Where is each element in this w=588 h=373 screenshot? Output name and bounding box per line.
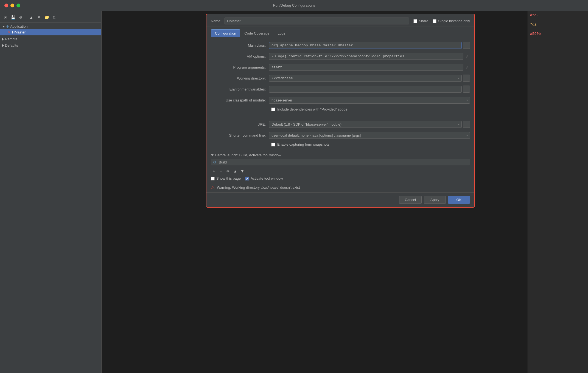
dialog-footer: Cancel Apply OK	[206, 192, 474, 207]
working-dir-row: Working directory: ▾ ...	[211, 74, 470, 82]
launch-down-button[interactable]: ▼	[239, 168, 245, 174]
sidebar-section-defaults[interactable]: Defaults	[0, 42, 101, 48]
program-args-input[interactable]	[269, 64, 463, 71]
single-instance-checkbox-label[interactable]: Single instance only	[433, 19, 470, 23]
window-controls[interactable]	[4, 4, 20, 7]
before-launch-header[interactable]: Before launch: Build, Activate tool wind…	[211, 151, 470, 159]
jre-select[interactable]: Default (1.8 - SDK of 'hbase-server' mod…	[269, 121, 462, 128]
tab-logs[interactable]: Logs	[273, 29, 289, 37]
capture-snapshots-label: Enable capturing form snapshots	[277, 142, 329, 146]
bottom-options: Show this page Activate tool window	[206, 175, 474, 183]
include-deps-row: Include dependencies with "Provided" sco…	[211, 107, 470, 111]
activate-window-label[interactable]: Activate tool window	[245, 176, 283, 180]
working-dir-browse-button[interactable]: ...	[463, 75, 470, 82]
share-checkbox-label[interactable]: Share	[413, 19, 429, 23]
copy-button[interactable]: ⎘	[2, 14, 8, 20]
warning-icon: ⚠	[211, 185, 215, 190]
sidebar: ⎘ 💾 ⚙ ▲ ▼ 📁 ⇅ ⚙ Application ✕ HMaster Re…	[0, 11, 102, 373]
save-button[interactable]: 💾	[10, 14, 16, 20]
capture-snapshots-checkbox[interactable]	[271, 143, 275, 146]
classpath-value: hbase-server ▾	[269, 97, 470, 104]
right-panel: ate- "gi a590b	[528, 11, 588, 373]
build-label: Build	[219, 160, 227, 164]
right-code-line-5: a590b	[530, 32, 586, 36]
tab-code-coverage[interactable]: Code Coverage	[240, 29, 273, 37]
shorten-cmd-select[interactable]: user-local default: none - java [options…	[269, 132, 470, 139]
right-code-line-3: "gi	[530, 22, 586, 27]
up-button[interactable]: ▲	[28, 14, 34, 20]
settings-button[interactable]: ⚙	[18, 14, 24, 20]
show-page-label[interactable]: Show this page	[211, 176, 241, 180]
folder-button[interactable]: 📁	[44, 14, 50, 20]
window-title: Run/Debug Configurations	[273, 3, 315, 7]
sidebar-section-remote[interactable]: Remote	[0, 35, 101, 42]
maximize-button[interactable]	[16, 4, 20, 7]
sort-button[interactable]: ⇅	[51, 14, 57, 20]
env-vars-input[interactable]	[269, 86, 462, 93]
warning-row: ⚠ Warning: Working directory '/xxx/hbase…	[206, 183, 474, 192]
ok-button[interactable]: OK	[448, 196, 470, 204]
program-args-expand-button[interactable]: ⤢	[464, 64, 470, 70]
name-input[interactable]	[225, 18, 409, 24]
main-class-browse-button[interactable]: ...	[463, 42, 470, 49]
vm-options-input[interactable]	[269, 53, 463, 60]
share-checkbox[interactable]	[413, 19, 417, 23]
env-vars-row: Environment variables: ...	[211, 85, 470, 93]
main-class-value: ...	[269, 42, 470, 49]
env-vars-browse-button[interactable]: ...	[463, 86, 470, 93]
launch-remove-button[interactable]: −	[218, 168, 224, 174]
form-divider	[211, 116, 470, 116]
header-checkboxes: Share Single instance only	[413, 19, 470, 23]
dialog-header: Name: Share Single instance only	[206, 14, 474, 27]
program-args-label: Program arguments:	[211, 65, 266, 69]
down-button[interactable]: ▼	[36, 14, 42, 20]
before-launch-build-item: ⚙ Build	[211, 159, 470, 165]
single-instance-label: Single instance only	[438, 19, 470, 23]
cancel-button[interactable]: Cancel	[399, 196, 422, 204]
before-launch-section: Before launch: Build, Activate tool wind…	[206, 151, 474, 175]
close-button[interactable]	[4, 4, 8, 7]
right-code-line-1: ate-	[530, 13, 586, 17]
name-row: Name:	[211, 18, 409, 24]
main-class-label: Main class:	[211, 43, 266, 47]
include-deps-checkbox[interactable]	[271, 108, 275, 111]
sidebar-toolbar: ⎘ 💾 ⚙ ▲ ▼ 📁 ⇅	[0, 13, 101, 23]
launch-add-button[interactable]: +	[211, 168, 217, 174]
sidebar-section-label: Application	[10, 24, 28, 29]
vm-options-value: ⤢	[269, 53, 470, 60]
sidebar-section-label: Defaults	[5, 43, 18, 47]
vm-options-expand-button[interactable]: ⤢	[464, 53, 470, 59]
program-args-row: Program arguments: ⤢	[211, 63, 470, 71]
main-class-input[interactable]	[269, 42, 462, 49]
jre-browse-button[interactable]: ...	[463, 121, 470, 128]
sidebar-section-label: Remote	[5, 37, 18, 41]
single-instance-checkbox[interactable]	[433, 19, 436, 23]
launch-up-button[interactable]: ▲	[232, 168, 238, 174]
warning-text: Warning: Working directory '/xxx/hbase' …	[217, 185, 300, 190]
application-icon: ⚙	[6, 25, 9, 29]
activate-window-checkbox[interactable]	[245, 177, 249, 180]
before-launch-expand-icon	[211, 154, 214, 156]
shorten-cmd-row: Shorten command line: user-local default…	[211, 131, 470, 139]
main-class-row: Main class: ...	[211, 41, 470, 49]
toolbar-separator	[26, 15, 26, 19]
classpath-select[interactable]: hbase-server	[269, 97, 470, 104]
working-dir-input[interactable]	[269, 75, 462, 82]
apply-button[interactable]: Apply	[424, 196, 446, 204]
classpath-label: Use classpath of module:	[211, 98, 266, 102]
launch-edit-button[interactable]: ✏	[225, 168, 231, 174]
minimize-button[interactable]	[10, 4, 14, 7]
vm-options-row: VM options: ⤢	[211, 52, 470, 60]
sidebar-item-hmaster[interactable]: ✕ HMaster	[0, 29, 101, 35]
expand-icon	[2, 44, 4, 47]
env-vars-label: Environment variables:	[211, 87, 266, 91]
right-code-line-4	[530, 27, 586, 31]
sidebar-section-application[interactable]: ⚙ Application	[0, 23, 101, 29]
right-code-line-2	[530, 18, 586, 22]
tab-configuration[interactable]: Configuration	[211, 29, 240, 37]
jre-value: Default (1.8 - SDK of 'hbase-server' mod…	[269, 121, 470, 128]
show-page-text: Show this page	[216, 176, 241, 180]
show-page-checkbox[interactable]	[211, 177, 215, 180]
activate-window-text: Activate tool window	[251, 176, 283, 180]
shorten-cmd-value: user-local default: none - java [options…	[269, 132, 470, 139]
